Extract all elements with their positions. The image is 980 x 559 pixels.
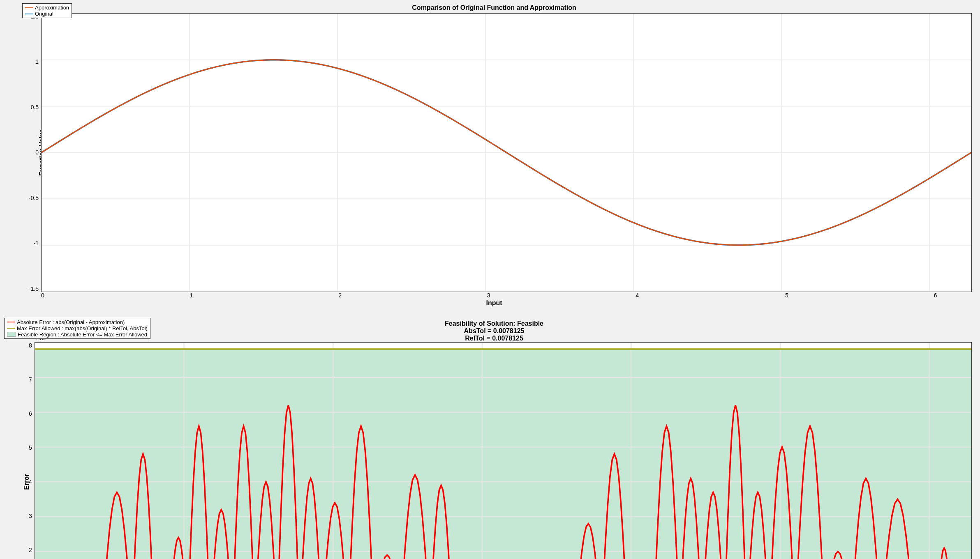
xtick: 4 bbox=[636, 292, 639, 299]
legend-patch-icon bbox=[7, 332, 16, 337]
legend-swatch-icon bbox=[25, 14, 33, 14]
legend-row-abserr: Absolute Error : abs(Original - Approxim… bbox=[7, 319, 148, 325]
chart2-legend[interactable]: Absolute Error : abs(Original - Approxim… bbox=[4, 318, 150, 339]
legend-row-approximation: Approximation bbox=[25, 5, 69, 11]
ytick: 0.5 bbox=[29, 104, 39, 110]
ytick: 5 bbox=[29, 444, 32, 451]
legend-row-original: Original bbox=[25, 11, 69, 17]
ytick: 0 bbox=[29, 149, 39, 156]
legend-label: Max Error Allowed : max(abs(Original) * … bbox=[17, 325, 148, 331]
legend-swatch-icon bbox=[7, 322, 15, 322]
chart2-block: Absolute Error : abs(Original - Approxim… bbox=[0, 316, 980, 559]
legend-swatch-icon bbox=[7, 328, 15, 329]
legend-row-maxerr: Max Error Allowed : max(abs(Original) * … bbox=[7, 325, 148, 331]
ytick: 3 bbox=[29, 513, 32, 519]
svg-rect-14 bbox=[35, 349, 971, 559]
chart1-xticks: 0 1 2 3 4 5 6 bbox=[41, 292, 976, 299]
ytick: 2 bbox=[29, 547, 32, 553]
ytick: -1 bbox=[29, 240, 39, 246]
xtick: 1 bbox=[190, 292, 193, 299]
chart1-title: Comparison of Original Function and Appr… bbox=[16, 4, 972, 12]
chart1-axes[interactable] bbox=[41, 13, 972, 292]
chart1-legend[interactable]: Approximation Original bbox=[22, 3, 72, 18]
legend-swatch-icon bbox=[25, 7, 33, 8]
legend-label: Approximation bbox=[35, 5, 69, 11]
chart1-xlabel: Input bbox=[16, 299, 972, 307]
xtick: 2 bbox=[338, 292, 342, 299]
ytick: 1 bbox=[29, 58, 39, 65]
chart1-block: Approximation Original Comparison of Ori… bbox=[0, 0, 980, 316]
chart2-svg bbox=[35, 343, 971, 559]
ytick: 6 bbox=[29, 410, 32, 417]
chart2-ylabel: Error bbox=[23, 474, 30, 490]
chart2-subtitle1: AbsTol = 0.0078125 bbox=[16, 327, 972, 335]
xtick: 0 bbox=[41, 292, 44, 299]
chart2-axes[interactable]: ×10⁻³ bbox=[35, 342, 972, 559]
ytick: 7 bbox=[29, 376, 32, 383]
legend-label: Absolute Error : abs(Original - Approxim… bbox=[17, 319, 125, 325]
xtick: 3 bbox=[487, 292, 490, 299]
chart2-subtitle2: RelTol = 0.0078125 bbox=[16, 335, 972, 342]
chart2-yticks: 8 7 6 5 4 3 2 1 0 bbox=[29, 342, 35, 559]
legend-label: Original bbox=[35, 11, 53, 17]
legend-label: Feasible Region : Absolute Error <= Max … bbox=[18, 331, 147, 338]
xtick: 5 bbox=[785, 292, 788, 299]
ytick: -0.5 bbox=[29, 195, 39, 201]
chart2-title: Feasibility of Solution: Feasible bbox=[16, 320, 972, 327]
chart1-svg bbox=[42, 14, 971, 292]
ytick: 8 bbox=[29, 342, 32, 349]
figure-container: Approximation Original Comparison of Ori… bbox=[0, 0, 980, 559]
legend-row-feasible: Feasible Region : Absolute Error <= Max … bbox=[7, 331, 148, 338]
ytick: -1.5 bbox=[29, 285, 39, 292]
xtick: 6 bbox=[934, 292, 937, 299]
